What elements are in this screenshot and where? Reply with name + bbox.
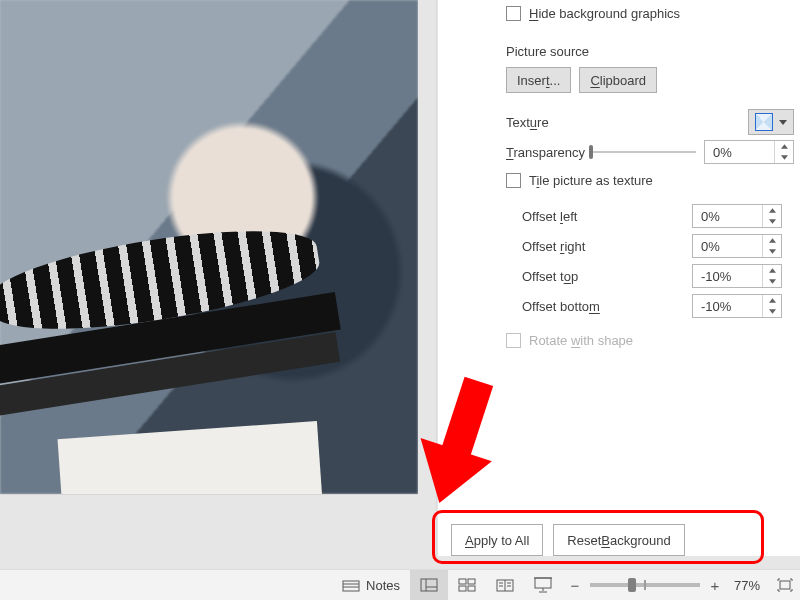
picture-source-title: Picture source: [438, 44, 800, 59]
hide-background-label: HHide background graphicside background …: [529, 6, 680, 21]
svg-rect-20: [459, 586, 466, 591]
transparency-slider[interactable]: [589, 145, 696, 159]
rotate-with-shape-label: Rotate with shape: [529, 333, 633, 348]
slide-canvas[interactable]: [0, 0, 418, 494]
tile-picture-label: Tile picture as texture: [529, 173, 653, 188]
svg-rect-12: [343, 581, 359, 591]
slide-sorter-button[interactable]: [448, 570, 486, 600]
fit-to-window-icon: [776, 577, 794, 593]
svg-rect-18: [459, 579, 466, 584]
svg-marker-0: [781, 144, 788, 148]
texture-icon: [755, 113, 773, 131]
svg-marker-7: [769, 279, 776, 283]
svg-marker-8: [769, 298, 776, 302]
status-bar: Notes − + 77%: [0, 569, 800, 600]
notes-button[interactable]: Notes: [332, 578, 410, 593]
svg-rect-28: [535, 578, 551, 588]
svg-rect-32: [780, 581, 790, 589]
transparency-label: Transparency: [506, 145, 585, 160]
svg-marker-2: [769, 208, 776, 212]
svg-marker-5: [769, 249, 776, 253]
transparency-input[interactable]: 0%: [704, 140, 794, 164]
texture-label: Texture: [506, 115, 549, 130]
offset-bottom-label: Offset bottom: [522, 299, 692, 314]
transparency-value: 0%: [705, 141, 774, 163]
offset-top-input[interactable]: -10%: [692, 264, 782, 288]
reset-background-button[interactable]: Reset Background: [553, 524, 684, 556]
reading-view-button[interactable]: [486, 570, 524, 600]
offset-left-input[interactable]: 0%: [692, 204, 782, 228]
clipboard-button[interactable]: Clipboard: [579, 67, 657, 93]
panel-divider: [436, 0, 437, 556]
insert-button[interactable]: Insert...: [506, 67, 571, 93]
offset-left-label: Offset left: [522, 209, 692, 224]
rotate-with-shape-checkbox: [506, 333, 521, 348]
slideshow-button[interactable]: [524, 570, 562, 600]
slide-sorter-icon: [458, 578, 476, 592]
zoom-slider[interactable]: [590, 583, 700, 587]
svg-marker-3: [769, 219, 776, 223]
format-background-panel: HHide background graphicside background …: [438, 0, 800, 556]
reading-view-icon: [496, 578, 514, 592]
offset-bottom-input[interactable]: -10%: [692, 294, 782, 318]
zoom-in-button[interactable]: +: [708, 577, 722, 594]
svg-marker-6: [769, 268, 776, 272]
normal-view-icon: [420, 578, 438, 592]
zoom-control: − + 77%: [562, 577, 770, 594]
panel-footer: Apply to All Apply to All Reset Backgrou…: [438, 524, 790, 556]
svg-marker-4: [769, 238, 776, 242]
zoom-out-button[interactable]: −: [568, 577, 582, 594]
svg-rect-19: [468, 579, 475, 584]
offset-right-input[interactable]: 0%: [692, 234, 782, 258]
tile-picture-checkbox[interactable]: [506, 173, 521, 188]
spin-arrows[interactable]: [774, 141, 793, 163]
normal-view-button[interactable]: [410, 570, 448, 600]
svg-marker-1: [781, 155, 788, 159]
divider: [0, 494, 418, 495]
offset-top-label: Offset top: [522, 269, 692, 284]
zoom-percent[interactable]: 77%: [722, 578, 764, 593]
notes-icon: [342, 578, 360, 592]
texture-picker[interactable]: [748, 109, 794, 135]
svg-marker-9: [769, 309, 776, 313]
app-root: HHide background graphicside background …: [0, 0, 800, 600]
hide-background-checkbox[interactable]: [506, 6, 521, 21]
offset-right-label: Offset right: [522, 239, 692, 254]
notes-label: Notes: [366, 578, 400, 593]
slideshow-icon: [533, 577, 553, 593]
fit-to-window-button[interactable]: [770, 570, 800, 600]
svg-rect-21: [468, 586, 475, 591]
apply-to-all-button[interactable]: Apply to All: [451, 524, 543, 556]
chevron-down-icon: [779, 120, 787, 125]
svg-rect-15: [421, 579, 437, 591]
